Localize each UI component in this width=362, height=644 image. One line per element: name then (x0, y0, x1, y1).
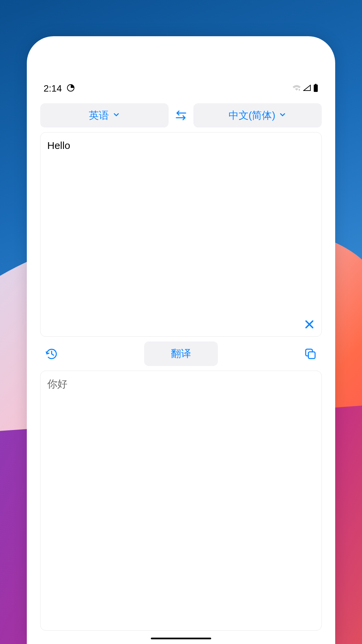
source-language-selector[interactable]: 英语 (40, 103, 169, 127)
status-time: 2:14 (44, 83, 62, 94)
translate-button-label: 翻译 (171, 348, 191, 359)
svg-rect-9 (308, 352, 315, 359)
wifi-icon: x (292, 85, 301, 93)
action-row: 翻译 (40, 337, 322, 371)
chevron-down-icon (279, 111, 287, 120)
home-indicator[interactable] (151, 638, 211, 639)
input-text: Hello (47, 139, 315, 153)
battery-icon (313, 84, 318, 93)
swap-languages-button[interactable] (173, 107, 189, 124)
svg-rect-4 (314, 85, 318, 92)
output-text: 你好 (47, 377, 315, 391)
pie-icon (67, 84, 75, 93)
chevron-down-icon (112, 111, 120, 120)
copy-button[interactable] (302, 346, 318, 362)
target-language-selector[interactable]: 中文(简体) (193, 103, 322, 127)
history-button[interactable] (44, 346, 60, 362)
translate-button[interactable]: 翻译 (144, 341, 218, 366)
source-language-label: 英语 (89, 109, 109, 122)
status-bar: 2:14 x (40, 83, 322, 100)
language-selector-row: 英语 中文(简体) (40, 103, 322, 127)
phone-frame: 2:14 x (27, 36, 335, 644)
clear-input-button[interactable] (303, 318, 316, 331)
input-text-panel[interactable]: Hello (40, 132, 322, 337)
svg-rect-3 (315, 84, 316, 85)
target-language-label: 中文(简体) (229, 109, 276, 122)
signal-icon (303, 85, 311, 93)
svg-text:x: x (299, 88, 300, 91)
output-text-panel: 你好 (40, 371, 322, 631)
